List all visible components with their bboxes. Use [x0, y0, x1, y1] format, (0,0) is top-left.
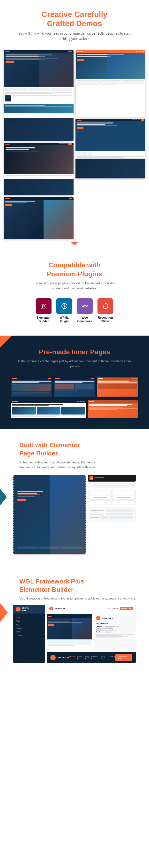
innerpages-description: Instantly create create pages just by ad… — [17, 359, 132, 369]
wgl-bottom-nav-blog[interactable]: Blog ▾ — [85, 655, 89, 660]
elementor-icon: E — [36, 298, 51, 314]
hero-title: Creative Carefully Crafted Demos — [14, 10, 135, 28]
plugins-title-highlight: Plugins — [78, 270, 102, 278]
elementor-demo: T — [10, 475, 139, 558]
wgl-top-logo-text: TRANSMAX — [54, 608, 65, 610]
wgl-bottom-nav-contacts[interactable]: Contacts — [108, 655, 115, 660]
wgl-sidebar-header: T TRANSMAX — [13, 605, 45, 614]
wgl-top-nav-list: Home Pages ▾ — [106, 608, 118, 610]
wgl-main-content: T TRANSMAX Home Pages ▾ CONNECT WIT — [47, 605, 136, 663]
innerpage-delivery[interactable] — [54, 377, 95, 397]
elementor-description: Enhanced with a set of additional elemen… — [10, 460, 106, 470]
wgl-connect-button[interactable]: CONNECT WIT — [120, 607, 133, 610]
element-item-3[interactable] — [89, 496, 112, 499]
plugins-section: Compatible with Premium Plugins The most… — [0, 249, 149, 336]
element-item-5[interactable] — [89, 500, 112, 504]
wgl-bottom-logo-text: TRANSMAX — [57, 656, 69, 659]
element-item-4[interactable] — [112, 496, 135, 499]
wgl-bottom-nav-portfolio[interactable]: Portfolio ▾ — [91, 655, 98, 660]
wgl-nav-blog[interactable]: Blog — [13, 623, 45, 626]
elementor-elements-list — [88, 490, 136, 505]
demo-screenshot-5[interactable] — [4, 197, 74, 239]
svg-point-4 — [90, 485, 91, 486]
screenshots-right-col — [75, 50, 145, 179]
wgl-sidebar: T TRANSMAX Home Pages Blog Portfolio Sho… — [13, 605, 45, 663]
demo-screenshot-2[interactable] — [75, 50, 145, 117]
plugin-item-woo[interactable]: Woo Woo Commerce — [77, 298, 92, 323]
wgl-top-logo: T TRANSMAX — [49, 607, 65, 610]
plugins-title-line2: Premium — [47, 270, 76, 278]
demo-screenshot-4[interactable] — [75, 119, 145, 179]
wgl-bottom-nav-preview: T TRANSMAX Home Pages ▾ Blog ▾ Portfolio… — [47, 652, 136, 663]
demo-screenshot-1[interactable] — [4, 50, 74, 141]
wgl-content-split: T TRANSMAX Our Services Address: 27 Divi… — [47, 614, 136, 650]
element-item-1[interactable] — [89, 491, 112, 495]
elementor-label: Elementor Builder — [37, 316, 51, 323]
wgl-bottom-nav-shop[interactable]: Shop ▾ — [101, 655, 105, 660]
innerpages-thumbnails-row2 — [7, 400, 142, 422]
plugin-item-wpml[interactable]: WPML Plugin — [57, 298, 72, 323]
elementor-builder-preview[interactable] — [13, 475, 86, 554]
revolution-label: Revolution Slider — [98, 316, 113, 323]
demo-screenshot-3[interactable] — [4, 143, 74, 195]
wgl-company-logo-text: TRANSMAX — [102, 617, 113, 619]
wgl-bottom-nav-items: Home Pages ▾ Blog ▾ Portfolio ▾ Shop ▾ C… — [69, 655, 115, 660]
elementor-section: Built with Elementor Page Builder Enhanc… — [0, 429, 149, 565]
hero-title-line2: Crafted — [47, 19, 74, 28]
wpml-label: WPML Plugin — [60, 316, 69, 323]
elementor-title: Built with Elementor Page Builder — [10, 441, 139, 458]
wpml-icon — [57, 298, 72, 314]
hero-title-line1: Creative Carefully — [42, 10, 107, 19]
innerpages-thumbnails — [7, 374, 142, 400]
wgl-company-address: Address: 27 Division St, New York — [96, 625, 134, 627]
innerpage-transport[interactable] — [11, 377, 52, 397]
wgl-nav-pages[interactable]: Pages — [13, 619, 45, 623]
innerpages-section: Pre-made Inner Pages Instantly create cr… — [0, 336, 149, 429]
demo-screenshots-container — [0, 46, 149, 243]
wgl-bottom-nav-home[interactable]: Home — [69, 655, 74, 660]
plugin-item-elementor[interactable]: E Elementor Builder — [36, 298, 51, 323]
innerpages-title-main: Pre-made Inner — [39, 348, 88, 356]
section-triangle-down — [70, 242, 79, 245]
wgl-top-nav-home[interactable]: Home — [106, 608, 110, 610]
wgl-top-nav-pages[interactable]: Pages ▾ — [112, 608, 118, 610]
innerpage-orange[interactable] — [97, 377, 138, 397]
innerpage-management[interactable] — [11, 400, 86, 418]
wgl-top-navbar: T TRANSMAX Home Pages ▾ CONNECT WIT — [47, 605, 136, 612]
hero-title-highlight: Demos — [76, 19, 102, 28]
wgl-website-preview[interactable] — [47, 614, 92, 650]
wgl-nav-list: Home Pages Blog Portfolio Shop Contacts — [13, 614, 45, 639]
wgl-title: WGL Framework Plus Elementor Builder — [10, 578, 139, 594]
plugins-grid: E Elementor Builder WPML Plugin — [14, 298, 135, 323]
screenshots-left-col — [4, 50, 74, 240]
svg-line-5 — [91, 486, 91, 487]
hero-section: Creative Carefully Crafted Demos You wil… — [0, 0, 149, 46]
wgl-bottom-logo: T TRANSMAX — [50, 655, 69, 660]
woo-icon: Woo — [77, 298, 92, 314]
wgl-company-card: T TRANSMAX Our Services Address: 27 Divi… — [94, 614, 136, 650]
element-item-2[interactable] — [112, 491, 135, 495]
plugin-item-revolution[interactable]: Revolution Slider — [98, 298, 113, 323]
wgl-connect-btn[interactable]: CONNECT WIT — [115, 654, 132, 661]
innerpages-title: Pre-made Inner Pages — [17, 348, 132, 356]
wgl-nav-portfolio[interactable]: Portfolio — [13, 626, 45, 630]
elementor-left-accent — [0, 489, 7, 505]
wgl-nav-home[interactable]: Home — [13, 616, 45, 619]
element-item-6[interactable] — [112, 500, 135, 504]
wgl-section: WGL Framework Plus Elementor Builder Vis… — [0, 565, 149, 671]
innerpage-leading[interactable] — [88, 400, 138, 418]
left-triangle-accent — [0, 336, 12, 348]
wgl-bottom-nav-pages[interactable]: Pages ▾ — [77, 655, 82, 660]
wgl-nav-shop[interactable]: Shop — [13, 630, 45, 633]
wgl-company-info: Our Services Address: 27 Division St, Ne… — [96, 622, 134, 638]
wgl-company-phone: Phone: +1 (132) 32 21 15 — [96, 627, 134, 629]
wgl-company-website: Website: transmax@mail.com — [96, 629, 134, 631]
elementor-search[interactable] — [88, 484, 136, 488]
plugins-title: Compatible with Premium Plugins — [14, 261, 135, 278]
innerpages-title-highlight: Pages — [90, 348, 110, 356]
wgl-sidebar-logo-icon: T — [16, 607, 21, 612]
wgl-sidebar-logo-text: TRANSMAX — [22, 607, 29, 612]
wgl-nav-contacts[interactable]: Contacts — [13, 633, 45, 637]
wgl-bottom-logo-icon: T — [50, 655, 55, 660]
wgl-demo: T TRANSMAX Home Pages Blog Portfolio Sho… — [10, 605, 139, 663]
